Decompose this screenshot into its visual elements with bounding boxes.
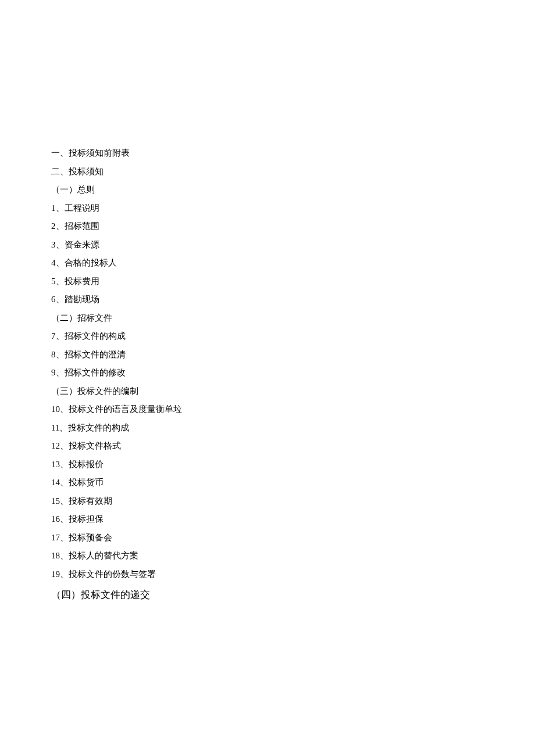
toc-line: 一、投标须知前附表 [51, 144, 535, 163]
toc-line: 13、投标报价 [51, 456, 535, 474]
toc-line: 16、投标担保 [51, 510, 535, 529]
toc-line: 18、投标人的替代方案 [51, 547, 535, 565]
toc-line: 1、工程说明 [51, 199, 535, 218]
toc-line: （二）招标文件 [51, 309, 535, 328]
toc-line: 2、招标范围 [51, 217, 535, 236]
toc-section-heading: （四）投标文件的递交 [51, 586, 535, 604]
toc-line: （一）总则 [51, 181, 535, 199]
toc-line: 7、招标文件的构成 [51, 327, 535, 346]
document-content: 一、投标须知前附表 二、投标须知 （一）总则 1、工程说明 2、招标范围 3、资… [51, 144, 535, 604]
toc-line: （三）投标文件的编制 [51, 382, 535, 401]
toc-line: 6、踏勘现场 [51, 291, 535, 309]
toc-line: 二、投标须知 [51, 163, 535, 181]
toc-line: 9、招标文件的修改 [51, 364, 535, 382]
toc-line: 8、招标文件的澄清 [51, 346, 535, 364]
toc-line: 3、资金来源 [51, 236, 535, 255]
toc-line: 4、合格的投标人 [51, 254, 535, 273]
toc-line: 14、投标货币 [51, 474, 535, 492]
toc-line: 12、投标文件格式 [51, 437, 535, 456]
toc-line: 15、投标有效期 [51, 492, 535, 511]
toc-line: 5、投标费用 [51, 273, 535, 291]
toc-line: 19、投标文件的份数与签署 [51, 565, 535, 584]
toc-line: 11、投标文件的构成 [51, 419, 535, 438]
toc-line: 10、投标文件的语言及度量衡单垃 [51, 400, 535, 419]
toc-line: 17、投标预备会 [51, 529, 535, 547]
